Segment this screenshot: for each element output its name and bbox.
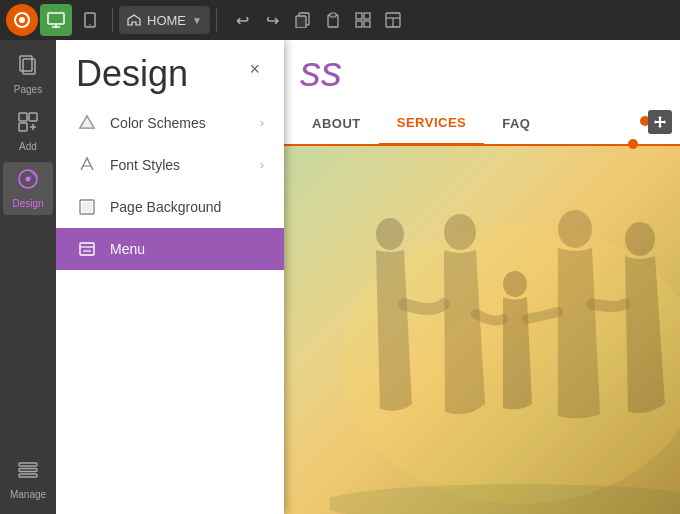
nav-link-about[interactable]: ABOUT <box>294 101 379 145</box>
svg-point-6 <box>89 24 91 26</box>
design-panel: Design × Color Schemes › <box>56 40 284 514</box>
svg-rect-13 <box>356 21 362 27</box>
svg-point-41 <box>625 222 655 256</box>
site-heading-partial: ss <box>284 40 680 102</box>
svg-rect-8 <box>296 16 306 28</box>
svg-rect-33 <box>80 243 94 255</box>
layout-button[interactable] <box>379 6 407 34</box>
logo-button[interactable] <box>6 4 38 36</box>
home-arrow-icon: ▼ <box>192 15 202 26</box>
svg-rect-10 <box>330 13 336 17</box>
copy-button[interactable] <box>289 6 317 34</box>
sidebar-item-manage[interactable]: Manage <box>3 453 53 506</box>
font-styles-icon <box>76 154 98 176</box>
svg-rect-29 <box>19 474 37 477</box>
svg-point-37 <box>376 218 404 250</box>
content-area: ss ABOUT SERVICES FAQ <box>284 40 680 514</box>
svg-rect-20 <box>19 113 27 121</box>
monitor-view-button[interactable] <box>40 4 72 36</box>
pages-label: Pages <box>14 84 42 95</box>
toolbar: HOME ▼ ↩ ↪ <box>0 0 680 40</box>
menu-item-page-background[interactable]: Page Background <box>56 186 284 228</box>
page-background-label: Page Background <box>110 199 264 215</box>
design-panel-header: Design × <box>56 40 284 102</box>
sidebar-item-pages[interactable]: Pages <box>3 48 53 101</box>
move-handle[interactable] <box>648 110 672 134</box>
add-label: Add <box>19 141 37 152</box>
nav-link-faq[interactable]: FAQ <box>484 101 548 145</box>
divider-2 <box>216 8 217 32</box>
menu-item-menu[interactable]: Menu <box>56 228 284 270</box>
action-buttons: ↩ ↪ <box>229 6 407 34</box>
manage-label: Manage <box>10 489 46 500</box>
menu-icon <box>76 238 98 260</box>
heading-text: ss <box>300 48 342 95</box>
menu-item-font-styles[interactable]: Font Styles › <box>56 144 284 186</box>
site-hero <box>284 146 680 514</box>
menu-item-label: Menu <box>110 241 264 257</box>
svg-rect-22 <box>19 123 27 131</box>
home-label: HOME <box>147 13 186 28</box>
color-schemes-icon <box>76 112 98 134</box>
people-silhouettes <box>330 204 680 514</box>
site-nav: ABOUT SERVICES FAQ <box>284 102 680 146</box>
selection-handle-bottom <box>628 139 638 149</box>
svg-point-42 <box>330 484 680 514</box>
svg-rect-2 <box>48 13 64 24</box>
pages-icon <box>17 54 39 81</box>
svg-rect-12 <box>364 13 370 19</box>
color-schemes-arrow-icon: › <box>260 116 264 130</box>
website-preview: ss ABOUT SERVICES FAQ <box>284 40 680 514</box>
page-background-icon <box>76 196 98 218</box>
font-styles-label: Font Styles <box>110 157 248 173</box>
home-page-button[interactable]: HOME ▼ <box>119 6 210 34</box>
design-icon <box>17 168 39 195</box>
manage-icon <box>17 459 39 486</box>
svg-rect-11 <box>356 13 362 19</box>
add-icon <box>17 111 39 138</box>
sidebar-item-design[interactable]: Design <box>3 162 53 215</box>
nav-link-services[interactable]: SERVICES <box>379 101 485 145</box>
design-label: Design <box>12 198 43 209</box>
redo-button[interactable]: ↪ <box>259 6 287 34</box>
svg-point-39 <box>503 271 527 297</box>
divider-1 <box>112 8 113 32</box>
sidebar: Pages Add <box>0 40 56 514</box>
grid-view-button[interactable] <box>349 6 377 34</box>
undo-button[interactable]: ↩ <box>229 6 257 34</box>
svg-rect-28 <box>19 469 37 472</box>
menu-item-color-schemes[interactable]: Color Schemes › <box>56 102 284 144</box>
main-area: Pages Add <box>0 40 680 514</box>
tablet-view-button[interactable] <box>74 4 106 36</box>
design-menu: Color Schemes › Font Styles › <box>56 102 284 270</box>
svg-point-38 <box>444 214 476 250</box>
design-panel-title: Design <box>76 56 188 92</box>
color-schemes-label: Color Schemes <box>110 115 248 131</box>
svg-point-1 <box>19 17 25 23</box>
design-close-button[interactable]: × <box>245 56 264 82</box>
sidebar-item-add[interactable]: Add <box>3 105 53 158</box>
font-styles-arrow-icon: › <box>260 158 264 172</box>
paste-button[interactable] <box>319 6 347 34</box>
svg-point-40 <box>558 210 592 248</box>
svg-rect-27 <box>19 463 37 466</box>
svg-rect-14 <box>364 21 370 27</box>
site-nav-links: ABOUT SERVICES FAQ <box>294 101 670 145</box>
svg-rect-21 <box>29 113 37 121</box>
svg-point-26 <box>26 177 31 182</box>
svg-rect-32 <box>82 202 92 212</box>
